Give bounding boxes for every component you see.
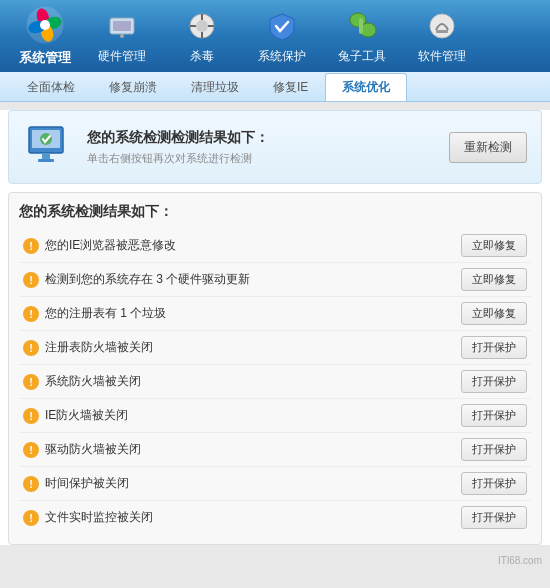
summary-text: 您的系统检测检测结果如下： 单击右侧按钮再次对系统进行检测	[87, 129, 269, 166]
watermark: ITl68.com	[498, 555, 542, 566]
summary-panel: 您的系统检测检测结果如下： 单击右侧按钮再次对系统进行检测 重新检测	[8, 110, 542, 184]
result-row: ! IE防火墙被关闭 打开保护	[19, 399, 531, 433]
tab-bar: 全面体检修复崩溃清理垃圾修复IE系统优化	[0, 72, 550, 102]
nav-label-software: 软件管理	[418, 48, 466, 65]
main-content: 您的系统检测检测结果如下： 单击右侧按钮再次对系统进行检测 重新检测 您的系统检…	[0, 110, 550, 545]
result-text-4: 系统防火墙被关闭	[45, 373, 141, 390]
warn-icon-6: !	[23, 442, 39, 458]
result-row: ! 文件实时监控被关闭 打开保护	[19, 501, 531, 534]
results-list: ! 您的IE浏览器被恶意修改 立即修复 ! 检测到您的系统存在 3 个硬件驱动更…	[19, 229, 531, 534]
tab-repair-ie[interactable]: 修复IE	[256, 73, 325, 101]
result-text-0: 您的IE浏览器被恶意修改	[45, 237, 176, 254]
nav-item-software[interactable]: 软件管理	[404, 6, 480, 66]
warn-icon-0: !	[23, 238, 39, 254]
tabs: 全面体检修复崩溃清理垃圾修复IE系统优化	[10, 73, 407, 101]
nav-label-protect: 系统保护	[258, 48, 306, 65]
software-icon	[424, 8, 460, 44]
tab-clean-junk[interactable]: 清理垃圾	[174, 73, 256, 101]
warn-icon-7: !	[23, 476, 39, 492]
summary-left: 您的系统检测检测结果如下： 单击右侧按钮再次对系统进行检测	[23, 121, 269, 173]
action-btn-5[interactable]: 打开保护	[461, 404, 527, 427]
brand-label: 系统管理	[19, 49, 71, 67]
hardware-icon	[104, 8, 140, 44]
result-row: ! 时间保护被关闭 打开保护	[19, 467, 531, 501]
nav-item-tools[interactable]: 兔子工具	[324, 6, 400, 66]
result-text-8: 文件实时监控被关闭	[45, 509, 153, 526]
app-header: 系统管理 硬件管理 杀毒 系统保护 兔子工具 软件管理	[0, 0, 550, 72]
result-left-1: ! 检测到您的系统存在 3 个硬件驱动更新	[23, 271, 461, 288]
result-row: ! 系统防火墙被关闭 打开保护	[19, 365, 531, 399]
warn-icon-2: !	[23, 306, 39, 322]
nav-item-kill[interactable]: 杀毒	[164, 6, 240, 66]
nav-item-protect[interactable]: 系统保护	[244, 6, 320, 66]
result-row: ! 检测到您的系统存在 3 个硬件驱动更新 立即修复	[19, 263, 531, 297]
nav-label-kill: 杀毒	[190, 48, 214, 65]
result-left-2: ! 您的注册表有 1 个垃圾	[23, 305, 461, 322]
svg-point-8	[120, 34, 124, 38]
svg-rect-7	[113, 21, 131, 31]
brand-icon	[25, 5, 65, 45]
svg-rect-23	[42, 153, 50, 159]
nav-label-tools: 兔子工具	[338, 48, 386, 65]
summary-subtitle: 单击右侧按钮再次对系统进行检测	[87, 151, 269, 166]
protect-icon	[264, 8, 300, 44]
svg-point-5	[40, 20, 50, 30]
svg-point-18	[430, 14, 454, 38]
nav-item-hardware[interactable]: 硬件管理	[84, 6, 160, 66]
result-text-5: IE防火墙被关闭	[45, 407, 128, 424]
action-btn-7[interactable]: 打开保护	[461, 472, 527, 495]
tools-icon	[344, 8, 380, 44]
svg-point-22	[40, 133, 52, 145]
action-btn-8[interactable]: 打开保护	[461, 506, 527, 529]
result-left-0: ! 您的IE浏览器被恶意修改	[23, 237, 461, 254]
tab-full-check[interactable]: 全面体检	[10, 73, 92, 101]
result-text-7: 时间保护被关闭	[45, 475, 129, 492]
action-btn-0[interactable]: 立即修复	[461, 234, 527, 257]
svg-point-10	[196, 20, 208, 32]
tab-sys-optimize[interactable]: 系统优化	[325, 73, 407, 101]
summary-title: 您的系统检测检测结果如下：	[87, 129, 269, 147]
svg-rect-17	[359, 18, 363, 34]
result-left-6: ! 驱动防火墙被关闭	[23, 441, 461, 458]
result-row: ! 您的IE浏览器被恶意修改 立即修复	[19, 229, 531, 263]
action-btn-1[interactable]: 立即修复	[461, 268, 527, 291]
nav-label-hardware: 硬件管理	[98, 48, 146, 65]
kill-icon	[184, 8, 220, 44]
tab-repair-loopback[interactable]: 修复崩溃	[92, 73, 174, 101]
result-text-6: 驱动防火墙被关闭	[45, 441, 141, 458]
svg-rect-24	[38, 159, 54, 162]
footer: ITl68.com	[0, 553, 550, 568]
recheck-button[interactable]: 重新检测	[449, 132, 527, 163]
result-left-8: ! 文件实时监控被关闭	[23, 509, 461, 526]
result-row: ! 注册表防火墙被关闭 打开保护	[19, 331, 531, 365]
action-btn-3[interactable]: 打开保护	[461, 336, 527, 359]
results-title: 您的系统检测结果如下：	[19, 203, 531, 221]
action-btn-4[interactable]: 打开保护	[461, 370, 527, 393]
warn-icon-4: !	[23, 374, 39, 390]
nav-bar: 硬件管理 杀毒 系统保护 兔子工具 软件管理	[84, 6, 540, 66]
warn-icon-5: !	[23, 408, 39, 424]
result-text-2: 您的注册表有 1 个垃圾	[45, 305, 166, 322]
svg-rect-19	[436, 30, 448, 33]
result-left-4: ! 系统防火墙被关闭	[23, 373, 461, 390]
result-text-1: 检测到您的系统存在 3 个硬件驱动更新	[45, 271, 250, 288]
result-row: ! 您的注册表有 1 个垃圾 立即修复	[19, 297, 531, 331]
computer-icon	[23, 121, 75, 173]
result-text-3: 注册表防火墙被关闭	[45, 339, 153, 356]
result-row: ! 驱动防火墙被关闭 打开保护	[19, 433, 531, 467]
results-section: 您的系统检测结果如下： ! 您的IE浏览器被恶意修改 立即修复 ! 检测到您的系…	[8, 192, 542, 545]
result-left-7: ! 时间保护被关闭	[23, 475, 461, 492]
brand-logo-area[interactable]: 系统管理	[10, 5, 80, 67]
action-btn-2[interactable]: 立即修复	[461, 302, 527, 325]
result-left-5: ! IE防火墙被关闭	[23, 407, 461, 424]
action-btn-6[interactable]: 打开保护	[461, 438, 527, 461]
warn-icon-8: !	[23, 510, 39, 526]
warn-icon-3: !	[23, 340, 39, 356]
result-left-3: ! 注册表防火墙被关闭	[23, 339, 461, 356]
warn-icon-1: !	[23, 272, 39, 288]
